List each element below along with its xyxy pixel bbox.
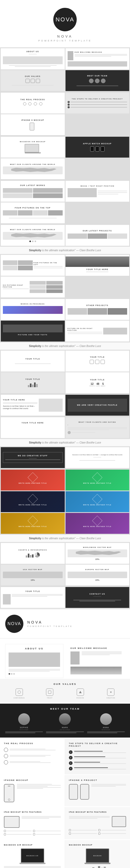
section-title: The steps to deliver A Creative Project	[69, 742, 126, 747]
team-avatar	[18, 713, 30, 725]
slide-label: YOUR TITLE	[90, 378, 105, 381]
member-name: SOPHIE	[5, 726, 43, 728]
slide-four-pics-left: FOUR PICTURES ON THE LEFT	[1, 255, 65, 276]
value-icon	[15, 688, 23, 696]
member-role: MANAGER	[87, 729, 125, 731]
screen-text: MacBook Air	[26, 855, 38, 857]
step-title-line	[74, 756, 105, 757]
section-title: IPAD MOCKUP WITH FEATURES	[4, 811, 61, 813]
stat-label: PROJECTS	[89, 385, 95, 386]
text-line	[68, 428, 127, 429]
iphone-shape	[30, 123, 34, 130]
project-pic	[107, 308, 127, 315]
macbook-base-2	[85, 863, 111, 864]
deliver-step: 4	[69, 767, 126, 770]
macbook-row: MACBOOK AIR MOCKUP MacBook Air MACBOOK M…	[0, 840, 130, 868]
dot	[11, 673, 12, 675]
map-percent: 15%	[95, 558, 99, 560]
deliver-steps-list: 1 2	[69, 750, 126, 770]
slide-grid-row9: YOUR TITLE HERE Success is not final, fa…	[0, 394, 130, 416]
slide-label: PICTURE ON SLIDE RIGHT POSITION	[68, 328, 103, 331]
slide-img	[3, 56, 63, 64]
value-item: TRUST	[36, 688, 64, 699]
macbook-chart	[69, 866, 126, 868]
slide-gradient-darkblue: WRITE HERE ANOTHER TITLE	[1, 491, 65, 512]
stat-num: 48	[96, 382, 100, 385]
values-grid: CONFIDENCE TRUST PASSION ★ CREATION	[5, 688, 125, 699]
pics-grid	[30, 281, 62, 293]
slide-grid-row5: Meet our Clients Around the World OUR LA…	[0, 224, 130, 247]
process-steps-list	[4, 748, 61, 765]
creative-bg: WE ARE VERY CREATIVE PEOPLE	[68, 399, 127, 412]
icon-inner	[79, 691, 82, 693]
text-line	[10, 749, 45, 749]
slide-your-title-here-2: YOUR TITLE HERE	[1, 417, 65, 438]
text-line	[10, 750, 56, 750]
slide-label: MacBook Air MOCKUP	[20, 141, 45, 143]
feature-item	[4, 833, 32, 835]
slide-your-title-2: YOUR TITLE	[66, 351, 129, 372]
slide-grid-row8: YOUR TITLE YOUR TITLE YOUR TITLE YOUR TI…	[0, 350, 130, 394]
feature-item	[98, 829, 126, 831]
diamond-shape	[92, 516, 102, 526]
section-title: MACBOOK MOCKUP	[69, 844, 126, 846]
slide-grid-row4: OUR LATEST WORKS IMAGE / TEXT RIGHT POSI…	[0, 180, 130, 224]
about-us-left-panel: ABOUT US	[5, 644, 63, 678]
icons-row	[90, 360, 105, 364]
value-icon	[46, 688, 53, 696]
bar	[98, 866, 100, 868]
feature-icon	[33, 830, 35, 832]
panel-title: ABOUT US	[9, 647, 60, 650]
section-title: THE REAL PROCESS	[4, 742, 61, 745]
text-line	[17, 785, 61, 785]
nova-logo-text: NOVA	[56, 16, 75, 23]
bar	[26, 555, 27, 558]
welcome-avatar	[68, 51, 73, 60]
slide-your-title-1: YOUR TITLE	[1, 351, 65, 372]
step-content	[74, 751, 126, 753]
projects-grid	[68, 234, 127, 239]
icon	[36, 79, 40, 83]
slide-label: MEET OUR TEAM	[87, 74, 107, 77]
bar	[32, 554, 34, 558]
text-line	[17, 786, 48, 786]
step-content	[74, 767, 126, 770]
watch-devices	[90, 146, 104, 152]
value-label: CREATION	[97, 697, 125, 699]
arrow: ›	[32, 103, 33, 105]
slide-grid-row6: FOUR PICTURES ON THE LEFT YOUR TITLE HER…	[0, 254, 130, 298]
slide-macbook-air: MacBook Air MOCKUP	[1, 137, 65, 158]
feature-line	[7, 831, 32, 831]
feature-line	[72, 833, 97, 834]
macbook-air-device: MacBook Air	[4, 848, 61, 864]
slide-four-pics-top: FOUR PICTURES ON THE TOP	[1, 203, 65, 223]
macbook-text	[4, 866, 61, 868]
iphone6-project-detail: iPhone 6 Project	[65, 775, 130, 806]
slide-label: Meet our Clients around The World	[10, 163, 55, 165]
iphone-device	[4, 784, 14, 802]
work-item	[3, 193, 33, 198]
slide-label: WORLDWIDE VECTOR MAP	[83, 546, 112, 549]
text-line	[68, 429, 110, 430]
feature-icon	[69, 833, 71, 835]
ipad-features-2	[69, 829, 126, 835]
iphone-row: iPhone MOCKUP iPhone 6 Project	[0, 775, 130, 806]
slide-interior-title: YOUR TITLE	[1, 587, 65, 608]
quote-content: Success is not final, failure is not fat…	[72, 454, 123, 456]
pic	[18, 210, 33, 216]
feature-item	[98, 833, 126, 835]
step-num-text: 2	[71, 757, 71, 758]
pic	[33, 210, 48, 216]
welcome-text: Our Welcome Message	[75, 51, 127, 57]
slide-latest-works: OUR LATEST WORKS	[1, 181, 65, 202]
dot	[35, 241, 36, 242]
text-line	[98, 192, 127, 193]
slide-label: FOUR PICTURES ON THE TOP	[15, 207, 51, 209]
slide-label: OUR LATEST PROJECTS	[83, 229, 112, 232]
slide-label: WE DO CREATIVE STUFF	[5, 455, 60, 457]
watch-shape	[95, 146, 99, 152]
world-map	[68, 550, 127, 557]
text-line	[10, 761, 40, 762]
deliver-step: 1	[69, 750, 126, 754]
text-line	[98, 194, 118, 194]
